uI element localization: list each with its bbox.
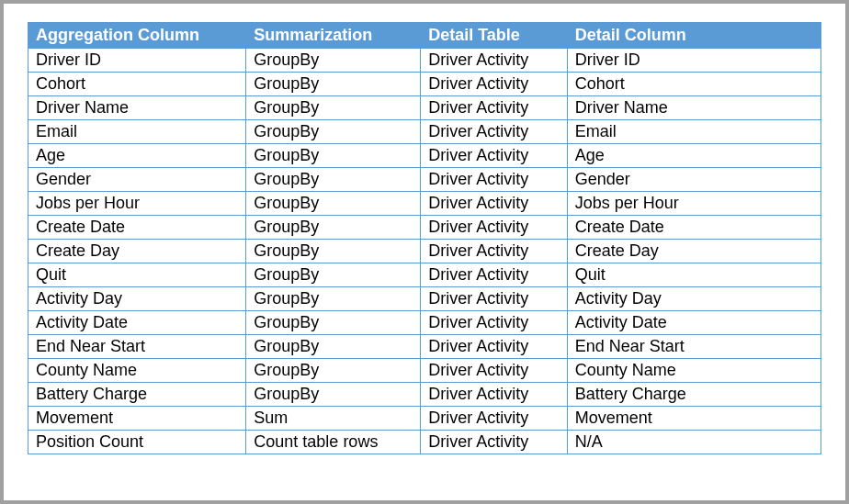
cell-summarization: GroupBy <box>246 144 421 168</box>
cell-detail-column: Gender <box>567 168 821 192</box>
cell-detail-table: Driver Activity <box>421 192 568 216</box>
cell-aggregation-column: Create Day <box>28 240 246 263</box>
table-row: Driver IDGroupByDriver ActivityDriver ID <box>28 49 821 73</box>
cell-detail-table: Driver Activity <box>421 359 568 383</box>
cell-summarization: GroupBy <box>246 263 421 287</box>
cell-detail-column: County Name <box>567 359 821 383</box>
cell-aggregation-column: Gender <box>28 168 246 192</box>
table-row: Create DateGroupByDriver ActivityCreate … <box>28 216 821 240</box>
header-summarization: Summarization <box>246 23 421 49</box>
cell-detail-table: Driver Activity <box>421 49 568 73</box>
cell-summarization: GroupBy <box>246 49 421 73</box>
cell-summarization: GroupBy <box>246 168 421 192</box>
cell-summarization: GroupBy <box>246 240 421 263</box>
cell-summarization: GroupBy <box>246 120 421 144</box>
cell-aggregation-column: Create Date <box>28 216 246 240</box>
cell-detail-column: Battery Charge <box>567 383 821 407</box>
cell-detail-table: Driver Activity <box>421 287 568 311</box>
table-header-row: Aggregation Column Summarization Detail … <box>28 23 821 49</box>
cell-detail-column: Driver ID <box>567 49 821 73</box>
cell-aggregation-column: Jobs per Hour <box>28 192 246 216</box>
cell-aggregation-column: Age <box>28 144 246 168</box>
cell-aggregation-column: Email <box>28 120 246 144</box>
cell-detail-table: Driver Activity <box>421 216 568 240</box>
cell-detail-table: Driver Activity <box>421 263 568 287</box>
cell-aggregation-column: County Name <box>28 359 246 383</box>
cell-detail-table: Driver Activity <box>421 383 568 407</box>
cell-summarization: GroupBy <box>246 311 421 335</box>
table-row: QuitGroupByDriver ActivityQuit <box>28 263 821 287</box>
cell-detail-column: Quit <box>567 263 821 287</box>
cell-detail-table: Driver Activity <box>421 120 568 144</box>
cell-detail-column: Cohort <box>567 73 821 96</box>
cell-aggregation-column: Driver Name <box>28 96 246 120</box>
table-row: Battery ChargeGroupByDriver ActivityBatt… <box>28 383 821 407</box>
cell-detail-column: Email <box>567 120 821 144</box>
cell-detail-table: Driver Activity <box>421 96 568 120</box>
cell-summarization: GroupBy <box>246 335 421 359</box>
cell-detail-table: Driver Activity <box>421 335 568 359</box>
cell-summarization: GroupBy <box>246 287 421 311</box>
cell-detail-column: Activity Date <box>567 311 821 335</box>
table-row: MovementSumDriver ActivityMovement <box>28 407 821 431</box>
cell-aggregation-column: Battery Charge <box>28 383 246 407</box>
cell-summarization: GroupBy <box>246 192 421 216</box>
cell-summarization: GroupBy <box>246 73 421 96</box>
cell-detail-column: Create Date <box>567 216 821 240</box>
table-row: Create DayGroupByDriver ActivityCreate D… <box>28 240 821 263</box>
cell-detail-column: Age <box>567 144 821 168</box>
cell-detail-column: Movement <box>567 407 821 431</box>
cell-detail-column: End Near Start <box>567 335 821 359</box>
table-row: Driver NameGroupByDriver ActivityDriver … <box>28 96 821 120</box>
cell-aggregation-column: Driver ID <box>28 49 246 73</box>
table-row: Activity DateGroupByDriver ActivityActiv… <box>28 311 821 335</box>
cell-summarization: Sum <box>246 407 421 431</box>
cell-detail-column: N/A <box>567 431 821 454</box>
cell-detail-column: Create Day <box>567 240 821 263</box>
cell-detail-table: Driver Activity <box>421 73 568 96</box>
cell-summarization: GroupBy <box>246 359 421 383</box>
cell-summarization: GroupBy <box>246 96 421 120</box>
aggregation-table: Aggregation Column Summarization Detail … <box>28 22 821 454</box>
cell-aggregation-column: End Near Start <box>28 335 246 359</box>
cell-summarization: Count table rows <box>246 431 421 454</box>
cell-detail-table: Driver Activity <box>421 431 568 454</box>
table-row: EmailGroupByDriver ActivityEmail <box>28 120 821 144</box>
header-aggregation-column: Aggregation Column <box>28 23 246 49</box>
cell-aggregation-column: Activity Day <box>28 287 246 311</box>
cell-detail-table: Driver Activity <box>421 144 568 168</box>
header-detail-column: Detail Column <box>567 23 821 49</box>
cell-detail-table: Driver Activity <box>421 407 568 431</box>
cell-aggregation-column: Quit <box>28 263 246 287</box>
cell-summarization: GroupBy <box>246 383 421 407</box>
cell-aggregation-column: Movement <box>28 407 246 431</box>
table-row: GenderGroupByDriver ActivityGender <box>28 168 821 192</box>
table-row: Jobs per HourGroupByDriver ActivityJobs … <box>28 192 821 216</box>
table-row: County NameGroupByDriver ActivityCounty … <box>28 359 821 383</box>
cell-aggregation-column: Cohort <box>28 73 246 96</box>
cell-detail-table: Driver Activity <box>421 168 568 192</box>
cell-aggregation-column: Position Count <box>28 431 246 454</box>
cell-aggregation-column: Activity Date <box>28 311 246 335</box>
cell-summarization: GroupBy <box>246 216 421 240</box>
cell-detail-table: Driver Activity <box>421 240 568 263</box>
cell-detail-column: Jobs per Hour <box>567 192 821 216</box>
table-row: CohortGroupByDriver ActivityCohort <box>28 73 821 96</box>
cell-detail-table: Driver Activity <box>421 311 568 335</box>
table-row: AgeGroupByDriver ActivityAge <box>28 144 821 168</box>
cell-detail-column: Driver Name <box>567 96 821 120</box>
cell-detail-column: Activity Day <box>567 287 821 311</box>
table-row: Position CountCount table rowsDriver Act… <box>28 431 821 454</box>
table-row: Activity DayGroupByDriver ActivityActivi… <box>28 287 821 311</box>
table-row: End Near StartGroupByDriver ActivityEnd … <box>28 335 821 359</box>
header-detail-table: Detail Table <box>421 23 568 49</box>
